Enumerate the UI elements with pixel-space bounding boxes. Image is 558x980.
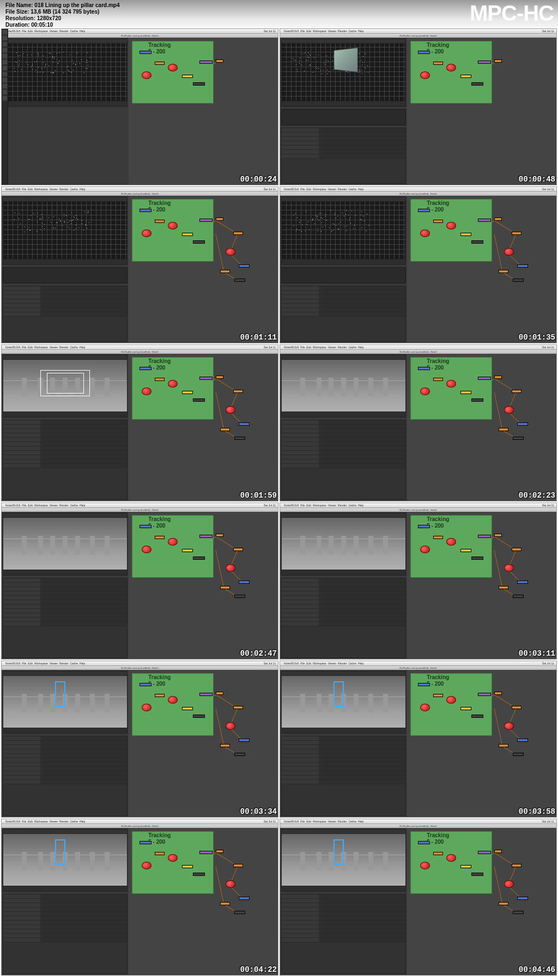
curve-editor[interactable] [281, 109, 406, 125]
menu-item[interactable]: File [22, 346, 26, 349]
menu-item[interactable]: Cache [348, 187, 356, 191]
thumbnail[interactable]: NukeX8.0v5 FileEditWorkspaceViewerRender… [1, 503, 278, 660]
menu-item[interactable]: Workspace [313, 29, 326, 33]
menu-item[interactable]: Edit [306, 29, 311, 33]
viewer-controls[interactable] [282, 570, 405, 575]
menu-item[interactable]: Render [338, 29, 347, 33]
thumbnail[interactable]: NukeX8.0v5 FileEditWorkspaceViewerRender… [1, 186, 278, 343]
curve-editor[interactable] [281, 267, 406, 283]
menu-item[interactable]: Help [358, 346, 363, 349]
menu-item[interactable]: Workspace [313, 662, 326, 665]
menu-item[interactable]: File [300, 820, 305, 823]
menu-item[interactable]: Edit [306, 346, 311, 349]
viewer-panel[interactable] [281, 197, 406, 265]
menu-item[interactable]: Cache [70, 504, 77, 507]
menu-item[interactable]: File [300, 504, 305, 507]
menu-item[interactable]: Edit [28, 187, 33, 191]
viewer-canvas[interactable] [3, 202, 127, 259]
menu-item[interactable]: Help [80, 29, 85, 33]
thumbnail[interactable]: NukeX8.0v5 FileEditWorkspaceViewerRender… [280, 661, 557, 818]
menu-item[interactable]: Edit [306, 187, 311, 191]
menu-item[interactable]: Edit [306, 504, 311, 507]
menu-item[interactable]: Viewer [328, 662, 336, 665]
node-graph[interactable]: Tracking 5 - 200 [407, 354, 556, 501]
menu-item[interactable]: File [22, 662, 26, 665]
menu-item[interactable]: Help [358, 504, 363, 507]
node-graph[interactable]: Tracking 5 - 200 [407, 196, 556, 343]
menu-item[interactable]: Render [338, 504, 347, 507]
menu-item[interactable]: Edit [306, 820, 311, 823]
menu-item[interactable]: Workspace [313, 346, 326, 349]
menu-item[interactable]: Help [358, 662, 363, 665]
viewer-controls[interactable] [3, 570, 127, 575]
viewer-controls[interactable] [282, 412, 405, 417]
node-graph[interactable]: Tracking 5 - 200 [129, 670, 278, 817]
viewer-canvas[interactable] [282, 44, 405, 101]
menu-item[interactable]: Workspace [34, 504, 48, 507]
menu-item[interactable]: Help [80, 504, 85, 507]
menu-item[interactable]: Viewer [328, 504, 336, 507]
thumbnail[interactable]: NukeX8.0v5 FileEditWorkspaceViewerRender… [280, 503, 557, 660]
node-graph[interactable]: Tracking 5 - 200 [129, 354, 278, 501]
menu-item[interactable]: File [22, 504, 26, 507]
menu-item[interactable]: Render [59, 820, 68, 823]
menu-item[interactable]: Render [59, 346, 68, 349]
viewer-controls[interactable] [3, 886, 127, 891]
menu-item[interactable]: File [22, 29, 26, 33]
menu-item[interactable]: Cache [70, 820, 77, 823]
node-graph[interactable]: Tracking 5 - 200 [129, 196, 278, 343]
curve-editor[interactable] [3, 267, 128, 283]
menu-item[interactable]: Viewer [50, 346, 58, 349]
menu-item[interactable]: File [22, 820, 26, 823]
menu-item[interactable]: Cache [348, 662, 356, 665]
viewer-canvas[interactable] [3, 676, 127, 728]
menu-item[interactable]: Render [59, 504, 68, 507]
viewer-panel[interactable] [281, 39, 406, 107]
menu-item[interactable]: Render [59, 187, 68, 191]
menu-item[interactable]: Edit [306, 662, 311, 665]
viewer-controls[interactable] [282, 728, 405, 733]
viewer-canvas[interactable] [282, 676, 405, 728]
menu-item[interactable]: Workspace [313, 187, 326, 191]
properties-panel[interactable] [281, 578, 406, 658]
menu-item[interactable]: Help [80, 187, 85, 191]
thumbnail[interactable]: NukeX8.0v5 FileEditWorkspaceViewerRender… [1, 344, 278, 501]
menu-item[interactable]: Viewer [50, 29, 58, 33]
viewer-panel[interactable] [281, 829, 406, 892]
node-graph[interactable]: Tracking 5 - 200 [407, 512, 556, 659]
properties-panel[interactable] [281, 128, 406, 184]
properties-panel[interactable] [281, 420, 406, 500]
viewer-controls[interactable] [282, 101, 405, 106]
node-graph[interactable]: Tracking 5 - 200 [129, 828, 278, 975]
menu-item[interactable]: Cache [348, 29, 356, 33]
viewer-controls[interactable] [282, 886, 405, 891]
menu-item[interactable]: Workspace [34, 346, 48, 349]
node-graph[interactable]: Tracking 5 - 200 [129, 38, 278, 185]
node-graph[interactable]: Tracking 5 - 200 [129, 512, 278, 659]
menu-item[interactable]: Viewer [50, 662, 58, 665]
properties-panel[interactable] [3, 894, 128, 974]
menu-item[interactable]: Render [338, 662, 347, 665]
menu-item[interactable]: Edit [28, 504, 33, 507]
menu-item[interactable]: File [300, 187, 305, 191]
viewer-panel[interactable] [3, 355, 128, 418]
menu-item[interactable]: Viewer [50, 820, 58, 823]
menu-item[interactable]: File [300, 346, 305, 349]
viewer-controls[interactable] [3, 101, 127, 106]
thumbnail[interactable]: NukeX8.0v5 FileEditWorkspaceViewerRender… [280, 186, 557, 343]
menu-item[interactable]: Viewer [50, 504, 58, 507]
menu-item[interactable]: Cache [348, 820, 356, 823]
menu-item[interactable]: Workspace [313, 504, 326, 507]
menu-item[interactable]: Cache [348, 346, 356, 349]
viewer-controls[interactable] [3, 259, 127, 264]
menu-item[interactable]: Viewer [328, 187, 336, 191]
viewer-canvas[interactable] [3, 518, 127, 570]
viewer-canvas[interactable] [3, 834, 127, 886]
viewer-controls[interactable] [282, 259, 405, 264]
viewer-canvas[interactable] [3, 360, 127, 412]
menu-item[interactable]: Help [358, 820, 363, 823]
viewer-canvas[interactable] [282, 360, 405, 412]
thumbnail[interactable]: NukeX8.0v5 FileEditWorkspaceViewerRender… [280, 819, 557, 976]
viewer-panel[interactable] [3, 829, 128, 892]
menu-item[interactable]: Help [358, 187, 363, 191]
